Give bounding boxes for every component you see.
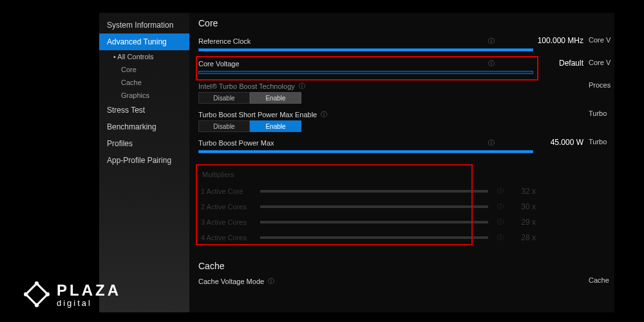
mult-row-4: 4 Active Cores ⓘ 28 x	[201, 230, 536, 245]
nav-app-profile-pairing[interactable]: App-Profile Pairing	[99, 152, 189, 169]
core-voltage-label: Core Voltage	[198, 60, 240, 68]
watermark-logo: PLAZA digital	[23, 281, 121, 308]
mult-3-slider	[260, 221, 488, 223]
proposed-col-spm: Turbo	[589, 109, 614, 117]
mult-4-label: 4 Active Cores	[201, 234, 260, 242]
sidebar: System Information Advanced Tuning All C…	[99, 13, 189, 312]
row-short-power-max: Turbo Boost Short Power Max Enable ⓘ Tur…	[198, 108, 614, 137]
info-icon[interactable]: ⓘ	[321, 110, 327, 119]
logo-icon	[23, 281, 50, 308]
nav-all-controls[interactable]: All Controls	[99, 50, 189, 63]
power-max-value: 45.000 W	[551, 138, 583, 147]
info-icon: ⓘ	[497, 202, 504, 211]
turbo-tech-label: Intel® Turbo Boost Technology	[198, 82, 295, 90]
mult-4-value: 28 x	[510, 233, 536, 242]
row-core-voltage: Core Voltage ⓘ Default Core V	[198, 57, 614, 80]
cache-voltage-mode-label: Cache Voltage Mode	[198, 278, 264, 285]
logo-text-1: PLAZA	[57, 281, 121, 299]
reference-clock-slider[interactable]	[198, 48, 533, 52]
info-icon[interactable]: ⓘ	[268, 277, 274, 286]
nav-cache[interactable]: Cache	[99, 76, 189, 89]
svg-point-1	[46, 292, 50, 296]
svg-point-3	[24, 292, 28, 296]
nav-benchmarking[interactable]: Benchmarking	[99, 118, 189, 135]
short-power-max-enable[interactable]: Enable	[250, 120, 301, 132]
power-max-label: Turbo Boost Power Max	[198, 139, 274, 147]
nav-advanced-tuning[interactable]: Advanced Tuning	[99, 33, 189, 50]
info-icon[interactable]: ⓘ	[299, 82, 305, 91]
core-voltage-value: Default	[559, 59, 583, 68]
info-icon[interactable]: ⓘ	[488, 59, 495, 68]
mult-2-value: 30 x	[510, 202, 536, 211]
reference-clock-label: Reference Clock	[198, 37, 251, 45]
mult-1-value: 32 x	[510, 187, 536, 196]
proposed-col-cache: Cache	[589, 276, 614, 284]
row-reference-clock: Reference Clock ⓘ 100.000 MHz Core V	[198, 35, 614, 57]
mult-row-2: 2 Active Cores ⓘ 30 x	[201, 199, 536, 214]
short-power-max-toggle[interactable]: Disable Enable	[198, 120, 301, 132]
short-power-max-disable[interactable]: Disable	[198, 120, 250, 132]
turbo-tech-toggle: Disable Enable	[198, 92, 301, 104]
multipliers-title: Multipliers	[202, 171, 536, 178]
mult-2-slider	[260, 205, 488, 208]
proposed-col-ref: Core V	[589, 36, 614, 44]
multipliers-group: Multipliers 1 Active Core ⓘ 32 x 2 Activ…	[198, 166, 538, 252]
mult-row-1: 1 Active Core ⓘ 32 x	[201, 184, 536, 199]
mult-row-3: 3 Active Cores ⓘ 29 x	[201, 214, 536, 230]
turbo-tech-enable: Enable	[250, 92, 301, 104]
info-icon[interactable]: ⓘ	[488, 138, 495, 147]
short-power-max-label: Turbo Boost Short Power Max Enable	[198, 111, 317, 118]
info-icon: ⓘ	[497, 218, 504, 227]
row-cache-voltage-mode: Cache Voltage Mode ⓘ Cache	[198, 275, 614, 288]
tuning-panel: System Information Advanced Tuning All C…	[99, 13, 614, 312]
mult-1-label: 1 Active Core	[201, 187, 260, 195]
core-voltage-slider[interactable]	[198, 71, 533, 74]
power-max-slider[interactable]	[198, 150, 533, 153]
section-cache-title: Cache	[198, 261, 614, 271]
row-turbo-tech: Intel® Turbo Boost Technology ⓘ Proces D…	[198, 80, 614, 108]
info-icon: ⓘ	[497, 187, 504, 196]
proposed-col-cv: Core V	[589, 59, 614, 66]
nav-graphics[interactable]: Graphics	[99, 89, 189, 102]
svg-point-0	[35, 281, 39, 285]
nav-core[interactable]: Core	[99, 63, 189, 76]
nav-stress-test[interactable]: Stress Test	[99, 102, 189, 118]
info-icon[interactable]: ⓘ	[488, 37, 495, 46]
proposed-col-tt: Proces	[589, 81, 614, 89]
nav-profiles[interactable]: Profiles	[99, 135, 189, 152]
proposed-col-pm: Turbo	[589, 138, 614, 146]
logo-text-2: digital	[57, 298, 121, 308]
mult-1-slider	[260, 190, 488, 193]
info-icon: ⓘ	[497, 233, 504, 242]
reference-clock-value: 100.000 MHz	[538, 36, 583, 45]
section-core-title: Core	[198, 18, 614, 28]
mult-2-label: 2 Active Cores	[201, 203, 260, 211]
svg-point-2	[35, 303, 39, 307]
mult-3-value: 29 x	[510, 218, 536, 227]
mult-4-slider	[260, 236, 488, 239]
content-area: Core Reference Clock ⓘ 100.000 MHz Core …	[189, 13, 614, 312]
mult-3-label: 3 Active Cores	[201, 218, 260, 226]
turbo-tech-disable: Disable	[198, 92, 250, 104]
row-power-max: Turbo Boost Power Max ⓘ 45.000 W Turbo	[198, 137, 614, 159]
nav-system-info[interactable]: System Information	[99, 17, 189, 33]
